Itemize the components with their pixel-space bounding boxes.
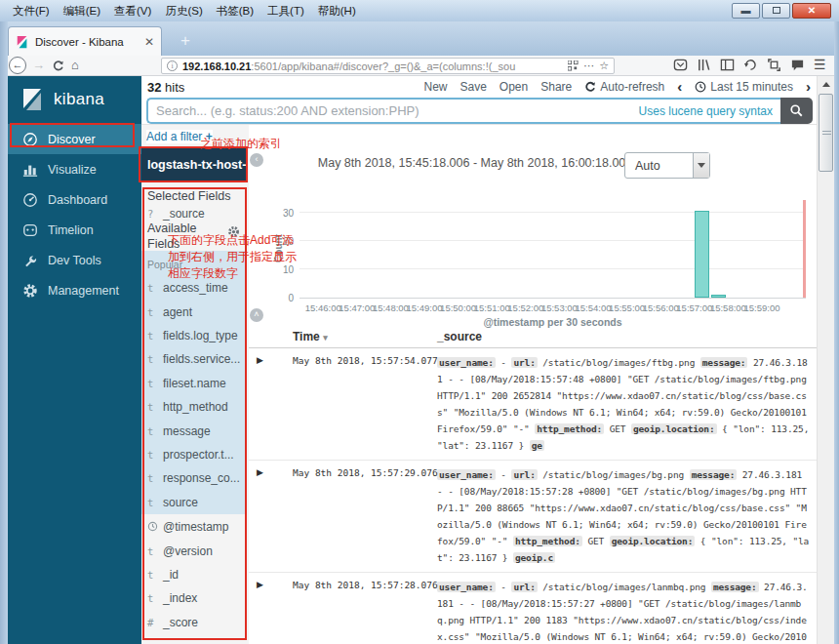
kibana-logo[interactable]: kibana	[8, 76, 141, 124]
table-header: Time ▾ _source	[249, 327, 817, 348]
pocket-icon[interactable]	[673, 58, 688, 72]
field-item[interactable]: tprospector.t...	[141, 443, 246, 466]
menu-hamburger-icon[interactable]: ☰	[814, 58, 826, 72]
chat-bubble-icon[interactable]	[790, 58, 805, 72]
home-button[interactable]: ⌂	[71, 58, 79, 72]
histogram-bar[interactable]	[711, 295, 726, 298]
forward-button[interactable]: →	[32, 58, 45, 72]
field-item[interactable]: tresponse_co...	[141, 466, 246, 490]
menu-item[interactable]: 编辑(E)	[60, 4, 103, 19]
reload-button[interactable]	[52, 59, 64, 76]
x-tick-label: 15:49:00	[407, 302, 443, 313]
new-tab-button[interactable]: +	[172, 30, 199, 54]
time-picker-button[interactable]: Last 15 minutes	[695, 80, 793, 94]
index-pattern-selector[interactable]: logstash-tx-host-...	[141, 148, 246, 181]
field-badge: geoip.location:	[631, 423, 717, 434]
hits-number: 32	[147, 80, 161, 95]
save-button[interactable]: Save	[460, 80, 487, 94]
sidebar-item-management[interactable]: Management	[8, 275, 141, 305]
field-item[interactable]: tagent	[141, 300, 246, 323]
table-row[interactable]: ▶May 8th 2018, 15:57:54.077user_name: - …	[249, 348, 817, 461]
add-filter-link[interactable]: Add a filter +	[146, 130, 213, 143]
browser-tab[interactable]: Discover - Kibana ✕	[8, 26, 162, 56]
share-button[interactable]: Share	[540, 80, 572, 94]
menu-item[interactable]: 文件(F)	[10, 4, 53, 19]
x-tick-label: 15:54:00	[576, 302, 612, 313]
scrollbar-thumb[interactable]	[819, 94, 833, 172]
menu-item[interactable]: 书签(B)	[214, 4, 257, 19]
field-item[interactable]: tfileset.name	[141, 372, 246, 395]
histogram-bar[interactable]	[695, 211, 709, 298]
qr-code-icon[interactable]	[568, 60, 579, 71]
table-row[interactable]: ▶May 8th 2018, 15:57:29.076user_name: - …	[249, 461, 817, 573]
field-name: _source	[163, 207, 205, 221]
field-item[interactable]: tsource	[141, 491, 246, 514]
field-item[interactable]: tfields.log_type	[141, 324, 246, 347]
sidebar-item-timelion[interactable]: Timelion	[8, 215, 141, 245]
page-actions-icon[interactable]: ⋯	[583, 60, 594, 72]
lucene-syntax-link[interactable]: Uses lucene query syntax	[639, 104, 773, 118]
field-item[interactable]: tmessage	[141, 419, 246, 442]
x-tick-label: 15:53:00	[541, 302, 578, 313]
menu-item[interactable]: 查看(V)	[111, 4, 154, 19]
field-item[interactable]: taccess_time	[141, 276, 246, 300]
sidebar-item-dashboard[interactable]: Dashboard	[8, 184, 141, 215]
expand-caret-icon[interactable]: ▶	[257, 467, 263, 477]
undo-icon[interactable]	[743, 58, 758, 72]
sidebar-item-dev-tools[interactable]: Dev Tools	[8, 245, 141, 275]
time-back-chevron[interactable]: ‹	[677, 81, 682, 93]
expand-caret-icon[interactable]: ▶	[257, 355, 263, 365]
scrollbar-up-arrow[interactable]	[818, 76, 835, 92]
documents-table: Time ▾ _source ▶May 8th 2018, 15:57:54.0…	[249, 327, 817, 644]
x-tick-label: 15:59:00	[744, 302, 780, 313]
site-info-icon[interactable]: i	[167, 60, 178, 71]
sidebar-item-visualize[interactable]: Visualize	[8, 154, 141, 184]
time-range-label: Last 15 minutes	[710, 80, 793, 94]
back-button[interactable]: ←	[9, 57, 26, 74]
menu-item[interactable]: 历史(S)	[162, 4, 205, 19]
column-header-source[interactable]: _source	[437, 330, 482, 343]
field-badge: message:	[690, 469, 738, 480]
sidebar-item-discover[interactable]: Discover	[8, 124, 141, 154]
y-tick-label: 10	[257, 264, 294, 275]
field-item-source[interactable]: ? _source	[147, 207, 205, 221]
y-tick-label: 20	[257, 236, 294, 247]
window-border-left	[0, 21, 8, 644]
page-scrollbar[interactable]	[817, 76, 834, 644]
field-item[interactable]: #_score	[141, 611, 246, 634]
field-item[interactable]: @timestamp	[141, 515, 246, 539]
screenshot-icon[interactable]	[767, 58, 781, 72]
field-type-icon: t	[147, 378, 156, 389]
time-forward-chevron[interactable]: ›	[806, 81, 811, 93]
new-button[interactable]: New	[423, 80, 447, 94]
library-icon[interactable]	[697, 58, 711, 72]
expand-caret-icon[interactable]: ▶	[257, 580, 263, 589]
field-settings-button[interactable]	[227, 224, 240, 242]
table-row[interactable]: ▶May 8th 2018, 15:57:28.076user_name: - …	[249, 573, 817, 644]
tab-close-icon[interactable]: ✕	[144, 35, 154, 49]
field-item[interactable]: tfields.service...	[141, 347, 246, 371]
open-button[interactable]: Open	[499, 80, 528, 94]
collapse-chart-button[interactable]: ˄	[250, 308, 263, 322]
field-name: _index	[163, 591, 197, 605]
column-header-time[interactable]: Time ▾	[293, 330, 328, 343]
search-button[interactable]	[780, 98, 813, 124]
interval-select[interactable]: Auto	[624, 152, 710, 179]
minimize-button[interactable]: ▬	[732, 3, 760, 19]
menu-item[interactable]: 工具(T)	[264, 4, 307, 19]
auto-refresh-button[interactable]: Auto-refresh	[584, 80, 664, 94]
bookmark-star-icon[interactable]: ☆	[599, 60, 609, 72]
menu-item[interactable]: 帮助(H)	[315, 4, 359, 19]
sidebars-icon[interactable]	[720, 58, 735, 72]
field-name: prospector.t...	[163, 448, 234, 462]
field-item[interactable]: thttp_method	[141, 395, 246, 419]
maximize-button[interactable]	[762, 3, 790, 19]
field-name: http_method	[163, 400, 228, 414]
field-item[interactable]: t@version	[141, 539, 246, 562]
close-button[interactable]: ✕	[792, 3, 831, 19]
url-bar[interactable]: i 192.168.10.21:5601/app/kibana#/discove…	[161, 58, 615, 74]
field-item[interactable]: t_id	[141, 563, 246, 586]
field-item[interactable]: t_index	[141, 586, 246, 610]
x-tick-label: 15:47:00	[339, 302, 375, 313]
collapse-sidebar-button[interactable]: ‹	[250, 153, 263, 167]
